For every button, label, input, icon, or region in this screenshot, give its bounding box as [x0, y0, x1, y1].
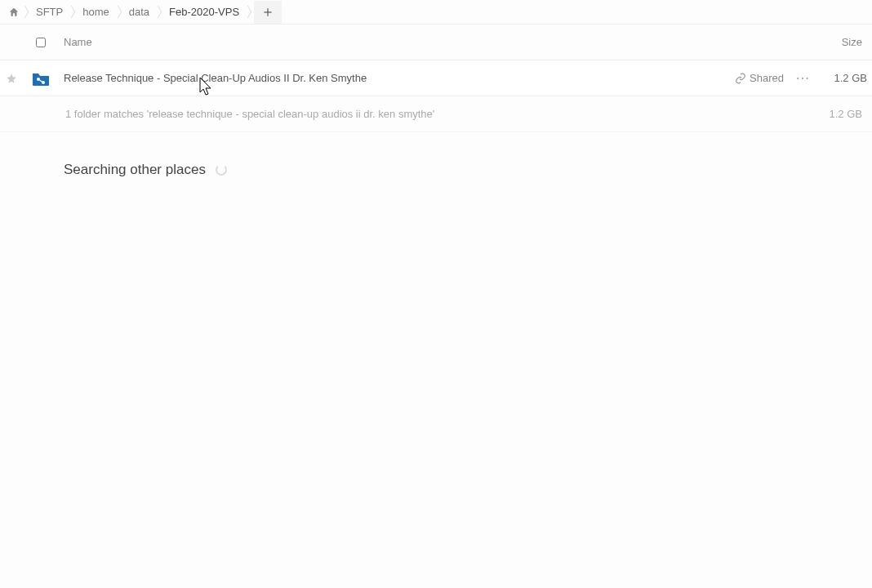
summary-text: 1 folder matches 'release technique - sp…	[65, 108, 810, 120]
searching-label: Searching other places	[64, 162, 206, 178]
more-icon: ···	[797, 72, 811, 84]
row-more-button[interactable]: ···	[792, 72, 815, 84]
col-name-header[interactable]: Name	[59, 36, 810, 48]
breadcrumb-item-data[interactable]: data	[121, 1, 161, 24]
shared-label: Shared	[750, 72, 784, 84]
select-all-checkbox[interactable]	[23, 38, 59, 47]
breadcrumb-item-home[interactable]: home	[74, 1, 121, 24]
shared-folder-icon	[31, 71, 49, 86]
summary-size: 1.2 GB	[810, 108, 867, 120]
breadcrumb-item-sftp[interactable]: SFTP	[28, 1, 74, 24]
favorite-toggle[interactable]	[0, 73, 23, 84]
searching-status: Searching other places	[0, 132, 872, 186]
select-all-input[interactable]	[36, 38, 46, 47]
home-icon	[8, 7, 20, 18]
spinner-icon	[216, 164, 227, 176]
row-folder-icon-wrap	[23, 71, 59, 86]
breadcrumb: SFTP home data Feb-2020-VPS	[0, 0, 872, 24]
row-name[interactable]: Release Technique - Special Clean-Up Aud…	[59, 72, 735, 84]
plus-icon	[262, 7, 274, 18]
row-size: 1.2 GB	[815, 72, 872, 84]
link-icon	[735, 73, 746, 84]
search-summary: 1 folder matches 'release technique - sp…	[0, 96, 872, 132]
breadcrumb-item-current[interactable]: Feb-2020-VPS	[161, 1, 251, 24]
star-icon	[6, 73, 17, 84]
list-header: Name Size	[0, 24, 872, 60]
table-row[interactable]: Release Technique - Special Clean-Up Aud…	[0, 60, 872, 96]
col-size-header[interactable]: Size	[810, 36, 867, 48]
shared-indicator[interactable]: Shared	[735, 72, 792, 84]
breadcrumb-home[interactable]	[3, 1, 28, 24]
breadcrumb-add-button[interactable]	[254, 1, 282, 24]
